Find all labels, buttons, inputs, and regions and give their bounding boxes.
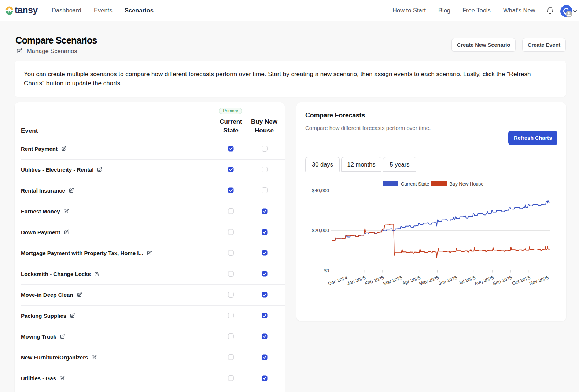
svg-text:$40,000: $40,000: [312, 188, 329, 193]
svg-text:Dec 2024: Dec 2024: [327, 275, 348, 287]
svg-text:May 2025: May 2025: [418, 275, 440, 287]
svg-text:$0: $0: [324, 268, 329, 273]
svg-text:Aug 2025: Aug 2025: [474, 275, 495, 287]
svg-text:Feb 2025: Feb 2025: [364, 275, 385, 287]
svg-text:Jan 2025: Jan 2025: [346, 275, 366, 286]
svg-text:Apr 2025: Apr 2025: [402, 275, 421, 286]
svg-text:$20,000: $20,000: [312, 228, 329, 233]
svg-text:Jul 2025: Jul 2025: [458, 275, 476, 286]
svg-text:Nov 2025: Nov 2025: [528, 275, 549, 287]
svg-text:Oct 2025: Oct 2025: [511, 275, 531, 286]
svg-text:Jun 2025: Jun 2025: [438, 275, 458, 286]
svg-text:Sep 2025: Sep 2025: [492, 275, 513, 287]
svg-text:Mar 2025: Mar 2025: [383, 275, 403, 287]
